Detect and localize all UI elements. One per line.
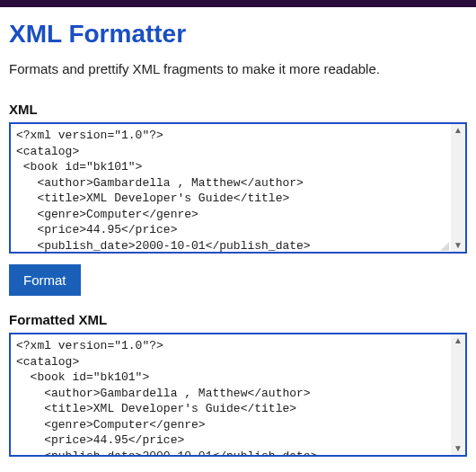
page-title: XML Formatter [9,20,467,49]
output-box-wrap: <?xml version="1.0"?> <catalog> <book id… [9,333,467,457]
page-body: XML Formatter Formats and prettify XML f… [0,7,476,457]
input-box-wrap: <?xml version="1.0"?> <catalog> <book id… [9,122,467,254]
input-label: XML [9,102,467,117]
scroll-down-icon[interactable]: ▼ [454,241,463,250]
format-button[interactable]: Format [9,264,81,296]
output-label: Formatted XML [9,312,467,327]
scroll-up-icon[interactable]: ▲ [454,126,463,135]
xml-output[interactable]: <?xml version="1.0"?> <catalog> <book id… [9,333,467,457]
output-scrollbar[interactable]: ▲ ▼ [451,334,465,455]
input-scrollbar[interactable]: ▲ ▼ [451,124,465,252]
resize-grip-icon[interactable] [440,242,449,251]
scroll-down-icon[interactable]: ▼ [454,444,463,453]
xml-input[interactable]: <?xml version="1.0"?> <catalog> <book id… [9,122,467,254]
page-subtitle: Formats and prettify XML fragments to ma… [9,61,467,76]
scroll-up-icon[interactable]: ▲ [454,336,463,345]
window-topbar [0,0,476,7]
